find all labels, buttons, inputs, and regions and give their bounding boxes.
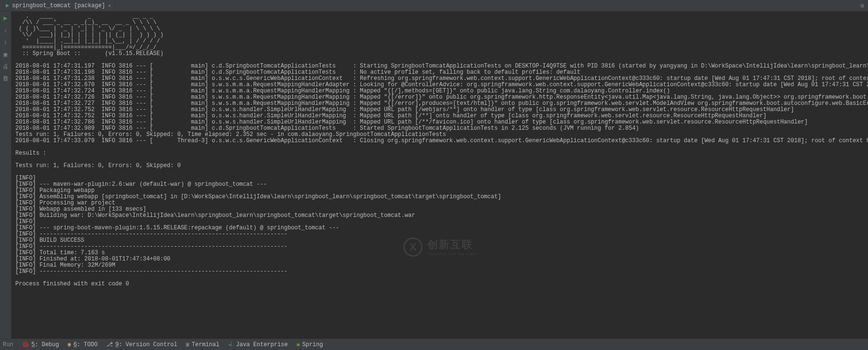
status-bar: Run 🐞5: Debug◉6: TODO⎇9: Version Control…	[0, 339, 868, 350]
track-output-button[interactable]: ▣	[4, 51, 8, 58]
toolbar-gutter: ▶↓↕▣🖨🗑	[0, 11, 11, 339]
status-label: 5: Debug	[32, 341, 59, 348]
scroll-down-button[interactable]: ↓	[4, 27, 8, 34]
status-label: Spring	[302, 341, 323, 348]
status-label: 6: TODO	[73, 341, 97, 348]
clear-button[interactable]: 🗑	[2, 75, 9, 82]
bug-icon: 🐞	[22, 341, 29, 348]
tab-run-config[interactable]: ▶ springboot_tomcat [package] ✕	[2, 0, 115, 11]
soft-wrap-button[interactable]: ↕	[4, 39, 8, 46]
run-tool-window: ▶↓↕▣🖨🗑 . ____ _ __ _ _ /\\ / ___'_ __ _ …	[0, 11, 868, 339]
close-icon[interactable]: ✕	[108, 2, 111, 9]
status-spring[interactable]: ❀Spring	[296, 341, 323, 349]
terminal-icon: ▣	[186, 341, 189, 348]
console-output: . ____ _ __ _ _ /\\ / ___'_ __ _ _(_)_ _…	[11, 11, 868, 289]
status-label: Terminal	[192, 341, 220, 348]
gear-icon[interactable]: ⚙	[860, 2, 864, 10]
vcs-icon: ⎇	[106, 341, 113, 348]
status-label: Java Enterprise	[236, 341, 288, 348]
run-tool-label[interactable]: Run	[3, 341, 13, 348]
status-5-debug[interactable]: 🐞5: Debug	[22, 341, 59, 349]
status-label: 9: Version Control	[115, 341, 178, 348]
spring-icon: ❀	[296, 341, 300, 348]
status-9-version-control[interactable]: ⎇9: Version Control	[106, 341, 178, 349]
status-terminal[interactable]: ▣Terminal	[186, 341, 220, 349]
status-6-todo[interactable]: ◉6: TODO	[67, 341, 98, 349]
tab-bar: ▶ springboot_tomcat [package] ✕ ⚙	[0, 0, 868, 11]
java-icon	[228, 341, 234, 349]
rerun-button[interactable]: ▶	[4, 14, 8, 22]
print-button[interactable]: 🖨	[2, 63, 9, 70]
run-icon: ▶	[6, 2, 9, 9]
tab-title: springboot_tomcat [package]	[12, 2, 105, 9]
console-scroll[interactable]: . ____ _ __ _ _ /\\ / ___'_ __ _ _(_)_ _…	[11, 11, 868, 339]
status-java-enterprise[interactable]: Java Enterprise	[228, 341, 288, 349]
todo-icon: ◉	[67, 341, 71, 348]
